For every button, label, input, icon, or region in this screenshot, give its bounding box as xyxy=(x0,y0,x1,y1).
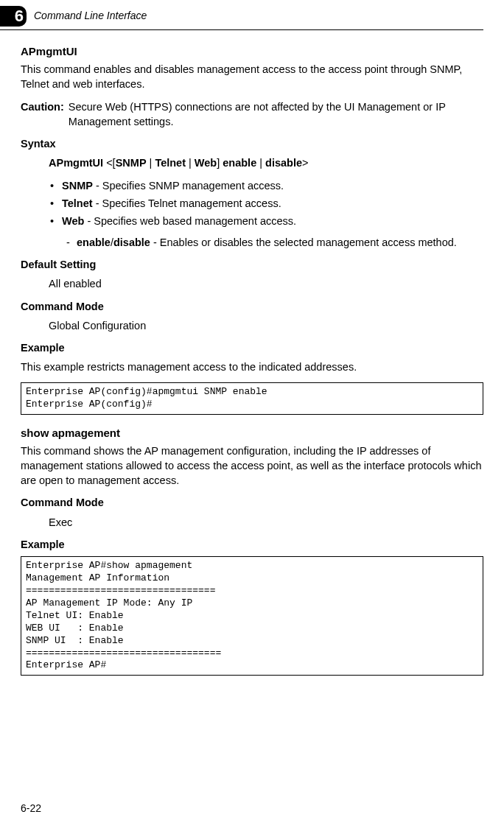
cmd1-example-code: Enterprise AP(config)#apmgmtui SNMP enab… xyxy=(21,382,483,415)
syntax-bullets: SNMP - Specifies SNMP management access.… xyxy=(49,178,483,229)
page-content: APmgmtUI This command enables and disabl… xyxy=(0,43,504,676)
bullet-snmp: SNMP - Specifies SNMP management access. xyxy=(49,178,483,193)
caution-text: Secure Web (HTTPS) connections are not a… xyxy=(69,99,483,130)
cmd2-example-label: Example xyxy=(21,537,483,552)
page-header: 6 Command Line Interface xyxy=(0,0,483,30)
cmd2-desc: This command shows the AP management con… xyxy=(21,443,483,488)
sub-enable-b: enable xyxy=(77,236,111,248)
bullet-telnet: Telnet - Specifies Telnet management acc… xyxy=(49,196,483,211)
syntax-enable: enable xyxy=(223,157,256,169)
header-title: Command Line Interface xyxy=(34,9,147,24)
cmd1-name: APmgmtUI xyxy=(21,43,483,59)
sub-disable-b: disable xyxy=(113,236,150,248)
cmd2-mode-value: Exec xyxy=(49,515,483,530)
caution-label: Caution: xyxy=(21,99,64,130)
cmd1-mode-value: Global Configuration xyxy=(49,318,483,333)
sub-enable-disable: enable/disable - Enables or disables the… xyxy=(65,235,483,250)
bullet-snmp-b: SNMP xyxy=(62,180,93,192)
syntax-telnet: Telnet xyxy=(155,157,186,169)
syntax-web: Web xyxy=(195,157,217,169)
bullet-web-b: Web xyxy=(62,215,84,227)
cmd1-mode-label: Command Mode xyxy=(21,299,483,314)
default-label: Default Setting xyxy=(21,257,483,272)
cmd2-name: show apmagement xyxy=(21,425,483,441)
syntax-label: Syntax xyxy=(21,136,483,151)
bullet-telnet-t: - Specifies Telnet management access. xyxy=(93,197,281,209)
cmd2-example-code: Enterprise AP#show apmagement Management… xyxy=(21,556,483,676)
bullet-web-t: - Specifies web based management access. xyxy=(84,215,296,227)
cmd1-caution: Caution: Secure Web (HTTPS) connections … xyxy=(21,99,483,130)
sub-t: - Enables or disables the selected manag… xyxy=(150,236,457,248)
cmd1-example-label: Example xyxy=(21,340,483,355)
chapter-badge: 6 xyxy=(0,6,27,27)
cmd1-desc: This command enables and disables manage… xyxy=(21,62,483,92)
bullet-web: Web - Specifies web based management acc… xyxy=(49,214,483,228)
syntax-line: APmgmtUI <[SNMP | Telnet | Web] enable |… xyxy=(49,155,483,170)
syntax-cmd: APmgmtUI xyxy=(49,157,103,169)
cmd1-example-desc: This example restricts management access… xyxy=(21,360,483,374)
page-number: 6-22 xyxy=(21,802,41,816)
default-value: All enabled xyxy=(49,276,483,291)
bullet-telnet-b: Telnet xyxy=(62,197,93,209)
syntax-snmp: SNMP xyxy=(116,157,147,169)
bullet-snmp-t: - Specifies SNMP management access. xyxy=(93,180,284,192)
cmd2-mode-label: Command Mode xyxy=(21,495,483,510)
syntax-disable: disable xyxy=(265,157,302,169)
